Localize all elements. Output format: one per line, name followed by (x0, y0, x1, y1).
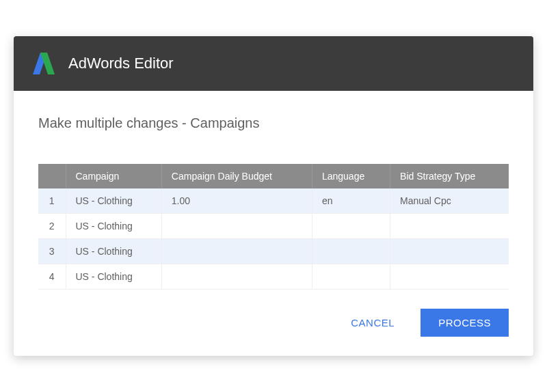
dialog-actions: CANCEL PROCESS (38, 309, 509, 337)
cell-campaign[interactable]: US - Clothing (66, 239, 161, 264)
col-budget: Campaign Daily Budget (161, 164, 312, 188)
table-header-row: Campaign Campaign Daily Budget Language … (38, 164, 509, 188)
cell-budget[interactable] (161, 239, 312, 264)
header-bar: AdWords Editor (14, 36, 533, 91)
cell-language[interactable] (312, 264, 390, 290)
table-row[interactable]: 3 US - Clothing (38, 239, 509, 264)
cell-language[interactable] (312, 239, 390, 264)
cell-campaign[interactable]: US - Clothing (66, 214, 161, 239)
dialog-content: Make multiple changes - Campaigns Campai… (14, 91, 533, 356)
dialog: AdWords Editor Make multiple changes - C… (14, 36, 533, 356)
page-title: Make multiple changes - Campaigns (38, 115, 509, 131)
cell-index: 4 (38, 264, 66, 290)
table-row[interactable]: 4 US - Clothing (38, 264, 509, 290)
col-campaign: Campaign (66, 164, 161, 188)
table-row[interactable]: 2 US - Clothing (38, 214, 509, 239)
cell-budget[interactable]: 1.00 (161, 188, 312, 214)
cell-campaign[interactable]: US - Clothing (66, 188, 161, 214)
cell-index: 3 (38, 239, 66, 264)
col-bid-strategy: Bid Strategy Type (390, 164, 509, 188)
col-index (38, 164, 66, 188)
cell-bid-strategy[interactable] (390, 264, 509, 290)
col-language: Language (312, 164, 390, 188)
cell-bid-strategy[interactable] (390, 239, 509, 264)
process-button[interactable]: PROCESS (421, 309, 509, 337)
cell-budget[interactable] (161, 214, 312, 239)
cell-index: 1 (38, 188, 66, 214)
cell-campaign[interactable]: US - Clothing (66, 264, 161, 290)
cancel-button[interactable]: CANCEL (333, 309, 412, 337)
adwords-logo-icon (33, 51, 55, 76)
cell-index: 2 (38, 214, 66, 239)
cell-bid-strategy[interactable] (390, 214, 509, 239)
cell-language[interactable] (312, 214, 390, 239)
cell-budget[interactable] (161, 264, 312, 290)
app-title: AdWords Editor (68, 55, 174, 72)
table-row[interactable]: 1 US - Clothing 1.00 en Manual Cpc (38, 188, 509, 214)
cell-language[interactable]: en (312, 188, 390, 214)
cell-bid-strategy[interactable]: Manual Cpc (390, 188, 509, 214)
campaigns-table: Campaign Campaign Daily Budget Language … (38, 164, 509, 290)
